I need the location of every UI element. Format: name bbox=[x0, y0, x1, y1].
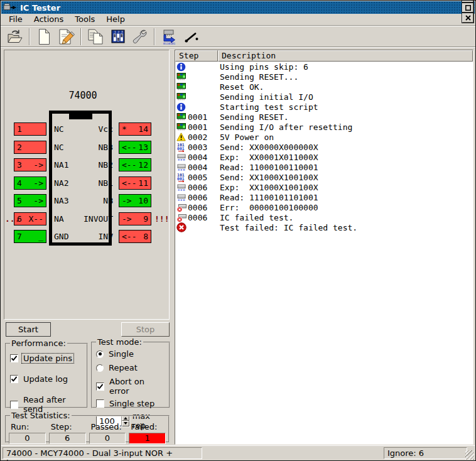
pin-2-box[interactable]: 2 bbox=[14, 141, 46, 154]
pin-12-label: NB2 bbox=[62, 160, 113, 170]
pin-11-box[interactable]: <--11 bbox=[119, 176, 151, 190]
edit-icon bbox=[58, 28, 75, 45]
pin-direction: -> bbox=[33, 196, 43, 205]
log-row[interactable]: Sending RESET... bbox=[175, 72, 473, 82]
copy-button[interactable] bbox=[85, 27, 107, 46]
log-row[interactable]: 0004Exp: XX0001X011000X bbox=[175, 152, 473, 162]
menu-file[interactable]: File bbox=[3, 14, 28, 25]
log-row[interactable]: Using pins skip: 6 bbox=[175, 62, 473, 72]
close-button[interactable] bbox=[462, 13, 473, 23]
pin-number: 2 bbox=[17, 143, 22, 152]
chip-ok-icon bbox=[176, 112, 187, 121]
log-description: Sending RESET... bbox=[218, 72, 298, 82]
maximize-button[interactable] bbox=[462, 3, 473, 13]
log-row[interactable]: Test failed: IC failed test. bbox=[175, 222, 473, 232]
log-row-icon bbox=[175, 213, 188, 222]
probe-button[interactable] bbox=[180, 27, 202, 46]
log-row[interactable]: 1010010005Send: XX1000X100100X bbox=[175, 172, 473, 182]
checkbox-abort-on-error[interactable]: Abort on error bbox=[96, 377, 166, 396]
pin-12-box[interactable]: <--12 bbox=[119, 158, 151, 171]
chip-ok-icon bbox=[176, 92, 187, 101]
pin-3-box[interactable]: 3-> bbox=[14, 158, 46, 171]
pin-number: 3 bbox=[17, 160, 22, 170]
log-row[interactable]: 0006Exp: XX1000X100100X bbox=[175, 182, 473, 192]
pin-14-box[interactable]: *14 bbox=[119, 122, 151, 136]
radio-repeat[interactable]: Repeat bbox=[96, 363, 166, 372]
log-row[interactable]: 1010010003Send: XX0000X000000X bbox=[175, 142, 473, 152]
pin-1-box[interactable]: 1 bbox=[14, 122, 46, 136]
checkbox-single-step[interactable]: Single step bbox=[96, 399, 166, 408]
pin-direction: -> bbox=[33, 178, 43, 188]
log-row[interactable]: Reset OK. bbox=[175, 82, 473, 92]
stat-label: Passed: bbox=[89, 422, 126, 433]
pin-number: 5 bbox=[17, 196, 22, 205]
log-row[interactable]: Sending initial I/O bbox=[175, 92, 473, 102]
edit-button[interactable] bbox=[55, 27, 77, 46]
log-row-icon: 101001 bbox=[175, 143, 188, 152]
checkbox-update-pins[interactable]: Update pins bbox=[10, 354, 84, 363]
open-icon bbox=[6, 29, 23, 45]
chip-error-icon bbox=[176, 203, 187, 212]
log-row-icon bbox=[175, 102, 188, 112]
column-header-step[interactable]: Step bbox=[175, 50, 218, 62]
log-description: Sending initial I/O bbox=[218, 92, 313, 102]
log-table[interactable]: Step Description Using pins skip: 6Sendi… bbox=[175, 50, 473, 445]
stat-failed: Failed:1 bbox=[129, 422, 166, 444]
maximize-icon bbox=[465, 5, 471, 11]
log-row[interactable]: 0006Err: 00000100100000 bbox=[175, 202, 473, 212]
pin-13-box[interactable]: <--13 bbox=[119, 141, 151, 154]
tools-button[interactable] bbox=[129, 27, 151, 46]
pin-4-box[interactable]: 4-> bbox=[14, 176, 46, 190]
stat-value: 1 bbox=[129, 433, 166, 444]
log-description: Err: 00000100100000 bbox=[218, 203, 318, 212]
pin-direction: * bbox=[122, 124, 127, 134]
log-row[interactable]: 0006IC failed test. bbox=[175, 212, 473, 222]
chip-ok-icon bbox=[176, 82, 187, 91]
radio-single[interactable]: Single bbox=[96, 349, 166, 359]
dip-switches-button[interactable]: 123 bbox=[107, 27, 129, 46]
status-ignore: Ignore: 6 bbox=[384, 447, 467, 459]
toolbar-separator bbox=[80, 28, 82, 45]
log-description: Test failed: IC failed test. bbox=[218, 223, 357, 232]
chip-read-icon bbox=[176, 193, 187, 202]
test-ic-button[interactable]: 0110101 bbox=[158, 27, 180, 46]
stat-value: 0 bbox=[9, 433, 46, 444]
checkbox-update-log[interactable]: Update log bbox=[10, 374, 84, 384]
pin-direction: _ bbox=[38, 232, 43, 241]
radio-dot bbox=[99, 352, 102, 355]
menu-tools[interactable]: Tools bbox=[69, 14, 100, 25]
log-row[interactable]: Starting test script bbox=[175, 102, 473, 112]
titlebar[interactable]: IC Tester bbox=[1, 1, 475, 14]
resize-grip[interactable] bbox=[465, 450, 474, 460]
open-button[interactable] bbox=[4, 27, 26, 46]
pin-7-box[interactable]: 7_ bbox=[14, 230, 46, 243]
log-row[interactable]: 00025V Power on bbox=[175, 132, 473, 142]
checkbox-label: Update pins bbox=[22, 354, 73, 363]
stat-label: Failed: bbox=[129, 422, 166, 433]
log-row-icon bbox=[175, 163, 188, 171]
new-button[interactable] bbox=[33, 27, 55, 46]
pin-6-marker: ... bbox=[5, 214, 19, 224]
column-header-description[interactable]: Description bbox=[218, 50, 473, 62]
chip-ok-icon bbox=[176, 122, 187, 131]
log-row-icon bbox=[175, 62, 188, 72]
log-row[interactable]: 0004Read: 11000100110001 bbox=[175, 162, 473, 172]
pin-5-box[interactable]: 5-> bbox=[14, 194, 46, 207]
log-row[interactable]: 0006Read: 11100101101001 bbox=[175, 192, 473, 202]
pin-number: 9 bbox=[143, 214, 148, 224]
start-button[interactable]: Start bbox=[6, 322, 51, 337]
main-area: 74000 1NC2NC3->NA14->NA25->NA36X--NA...7… bbox=[1, 47, 475, 445]
log-row[interactable]: 0001Sending RESET. bbox=[175, 112, 473, 122]
menu-actions[interactable]: Actions bbox=[28, 14, 70, 25]
chip-read-icon bbox=[176, 153, 187, 161]
log-description: IC failed test. bbox=[218, 213, 293, 222]
dip-switch-icon: 123 bbox=[110, 28, 126, 45]
menu-help[interactable]: Help bbox=[100, 14, 131, 25]
stop-button[interactable]: Stop bbox=[121, 322, 170, 337]
pin-number: 8 bbox=[143, 232, 148, 241]
pin-9-box[interactable]: ->9 bbox=[119, 212, 151, 225]
pin-8-box[interactable]: <--8 bbox=[119, 230, 151, 243]
pin-10-box[interactable]: ->10 bbox=[119, 194, 151, 207]
log-row[interactable]: 0001Sending I/O after resetting bbox=[175, 122, 473, 132]
svg-text:3: 3 bbox=[121, 30, 123, 33]
